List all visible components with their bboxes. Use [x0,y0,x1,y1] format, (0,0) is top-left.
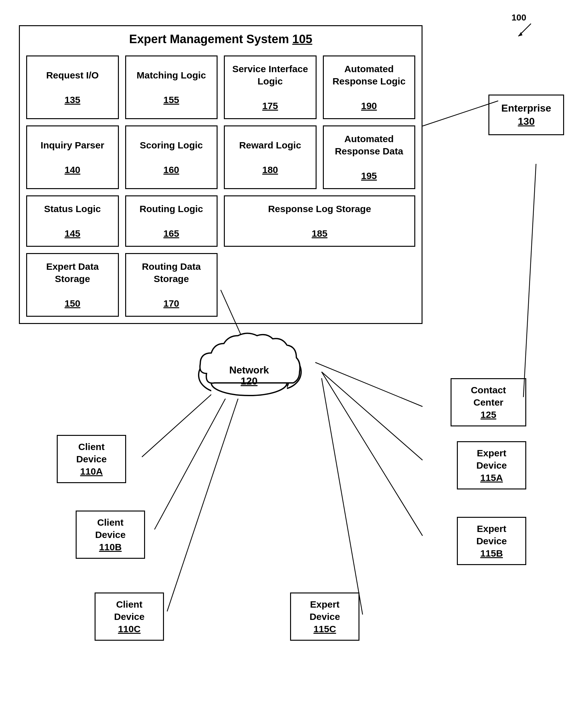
client-device-110b: Client Device 110B [76,511,145,559]
svg-line-7 [322,372,423,536]
svg-text:Network: Network [229,364,269,376]
label-100: 100 [511,12,526,23]
svg-line-2 [423,101,498,126]
expert-device-115a: Expert Device 115A [457,441,526,489]
ems-cell-auto-response-data: Automated Response Data 195 [323,125,415,189]
ems-cell-expert-data: Expert Data Storage 150 [26,253,119,317]
svg-text:120: 120 [240,375,257,387]
ems-cell-scoring-logic: Scoring Logic 160 [125,125,218,189]
ems-cell-status-logic: Status Logic 145 [26,196,119,247]
arrow-100-svg [515,22,534,41]
ems-title: Expert Management System 105 [26,32,415,46]
network-cloud: Network 120 [183,321,315,411]
client-device-110a: Client Device 110A [57,435,126,483]
expert-device-115c: Expert Device 115C [290,593,359,641]
enterprise-name: Enterprise [501,102,551,114]
ems-box: Expert Management System 105 Request I/O… [19,25,423,324]
expert-device-115b: Expert Device 115B [457,517,526,565]
enterprise-id: 130 [518,116,534,127]
ems-cell-routing-logic: Routing Logic 165 [125,196,218,247]
ems-cell-request-io: Request I/O 135 [26,55,119,119]
svg-line-6 [322,372,423,460]
contact-center-box: Contact Center 125 [451,378,526,426]
ems-cell-response-log: Response Log Storage 185 [224,196,415,247]
ems-cell-reward-logic: Reward Logic 180 [224,125,316,189]
client-device-110c: Client Device 110C [95,593,164,641]
ems-cell-matching-logic: Matching Logic 155 [125,55,218,119]
svg-line-8 [322,378,362,615]
ems-cell-service-interface: Service Interface Logic 175 [224,55,316,119]
svg-line-11 [167,385,243,612]
main-container: 100 Expert Management System 105 Request… [0,0,583,728]
svg-line-3 [524,164,536,397]
svg-line-5 [315,362,423,407]
enterprise-box: Enterprise 130 [488,95,564,135]
ems-cell-auto-response-logic: Automated Response Logic 190 [323,55,415,119]
ems-cell-routing-data: Routing Data Storage 170 [125,253,218,317]
ems-cell-inquiry-parser: Inquiry Parser 140 [26,125,119,189]
